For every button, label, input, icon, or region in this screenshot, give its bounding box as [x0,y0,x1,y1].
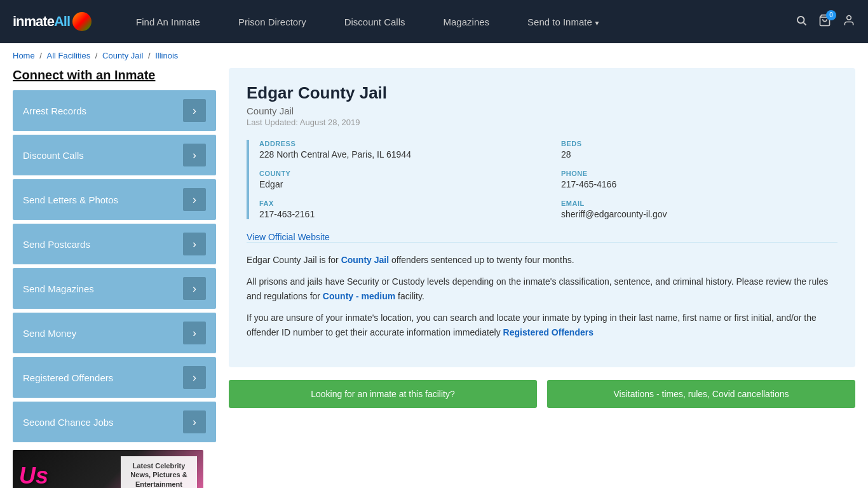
sidebar-item-label: Arrest Records [23,105,86,116]
fax-value: 217-463-2161 [259,209,536,219]
breadcrumb-facility-type[interactable]: County Jail [102,51,143,60]
nav-magazines[interactable]: Magazines [424,17,509,27]
breadcrumb-sep2: / [95,51,100,60]
desc-paragraph-3: If you are unsure of your inmate's locat… [247,311,837,339]
ad-logo: Us [19,463,48,488]
county-value: Edgar [259,179,536,189]
phone-label: PHONE [561,170,837,177]
user-button[interactable] [843,14,855,30]
sidebar-item-second-chance-jobs[interactable]: Second Chance Jobs › [13,402,216,442]
sidebar-item-label: Send Magazines [23,283,94,294]
sidebar-item-label: Registered Offenders [23,372,113,383]
breadcrumb-sep3: / [148,51,153,60]
facility-name: Edgar County Jail [247,83,837,103]
fax-label: FAX [259,200,536,207]
view-official-website-link[interactable]: View Official Website [247,232,330,242]
county-jail-link[interactable]: County Jail [341,255,389,265]
registered-offenders-link[interactable]: Registered Offenders [503,327,593,337]
search-button[interactable] [796,15,807,29]
sidebar-item-registered-offenders[interactable]: Registered Offenders › [13,357,216,398]
logo[interactable]: inmateAll [13,12,92,31]
facility-description: Edgar County Jail is for County Jail off… [247,242,837,352]
sidebar-ad[interactable]: Us Latest Celebrity News, Pictures & Ent… [13,450,203,488]
detail-fax: FAX 217-463-2161 [259,200,536,219]
navbar: inmateAll Find An Inmate Prison Director… [0,0,868,43]
sidebar-item-label: Second Chance Jobs [23,417,114,428]
ad-content: Latest Celebrity News, Pictures & Entert… [121,456,197,488]
sidebar-item-label: Send Money [23,328,76,339]
arrow-icon: › [183,366,206,389]
desc-paragraph-1: Edgar County Jail is for County Jail off… [247,253,837,267]
phone-value: 217-465-4166 [561,179,837,189]
logo-text: inmateAll [13,13,70,30]
looking-for-inmate-button[interactable]: Looking for an inmate at this facility? [229,380,537,408]
breadcrumb-state[interactable]: Illinois [155,51,178,60]
svg-point-3 [847,15,851,20]
address-label: ADDRESS [259,140,536,147]
sidebar-item-label: Discount Calls [23,150,84,161]
facility-details: ADDRESS 228 North Central Ave, Paris, IL… [247,140,837,219]
logo-icon [72,12,92,31]
beds-value: 28 [561,149,837,159]
facility-card: Edgar County Jail County Jail Last Updat… [229,68,855,367]
search-icon [796,15,807,26]
arrow-icon: › [183,277,206,300]
detail-address: ADDRESS 228 North Central Ave, Paris, IL… [259,140,536,159]
sidebar: Connect with an Inmate Arrest Records › … [13,68,216,488]
breadcrumb-sep1: / [39,51,44,60]
sidebar-item-arrest-records[interactable]: Arrest Records › [13,90,216,131]
user-icon [843,14,855,27]
facility-updated: Last Updated: August 28, 2019 [247,118,837,127]
nav-prison-directory[interactable]: Prison Directory [219,17,325,27]
sidebar-item-send-letters[interactable]: Send Letters & Photos › [13,179,216,220]
arrow-icon: › [183,99,206,122]
svg-point-0 [797,17,804,24]
nav-icons: 0 [796,14,855,30]
breadcrumb-all-facilities[interactable]: All Facilities [47,51,91,60]
desc-paragraph-2: All prisons and jails have Security or C… [247,274,837,303]
visitations-button[interactable]: Visitations - times, rules, Covid cancel… [547,380,855,408]
sidebar-item-send-postcards[interactable]: Send Postcards › [13,224,216,264]
arrow-icon: › [183,322,206,344]
facility-type: County Jail [247,105,837,116]
content-area: Edgar County Jail County Jail Last Updat… [229,68,855,488]
detail-county: COUNTY Edgar [259,170,536,189]
address-value: 228 North Central Ave, Paris, IL 61944 [259,149,536,159]
breadcrumb: Home / All Facilities / County Jail / Il… [0,43,868,68]
breadcrumb-home[interactable]: Home [13,51,35,60]
cart-button[interactable]: 0 [818,14,831,30]
ad-title: Latest Celebrity News, Pictures & Entert… [127,461,191,488]
svg-line-1 [803,22,806,25]
nav-send-to-inmate[interactable]: Send to Inmate [508,17,619,27]
email-value: sheriff@edgarcounty-il.gov [561,209,837,219]
arrow-icon: › [183,188,206,211]
sidebar-item-label: Send Letters & Photos [23,194,118,205]
main-layout: Connect with an Inmate Arrest Records › … [0,68,868,488]
action-buttons: Looking for an inmate at this facility? … [229,380,855,408]
nav-find-inmate[interactable]: Find An Inmate [117,17,219,27]
beds-label: BEDS [561,140,837,147]
sidebar-item-discount-calls[interactable]: Discount Calls › [13,135,216,175]
cart-badge: 0 [826,10,836,20]
detail-beds: BEDS 28 [561,140,837,159]
email-label: EMAIL [561,200,837,207]
detail-phone: PHONE 217-465-4166 [561,170,837,189]
sidebar-item-send-magazines[interactable]: Send Magazines › [13,268,216,309]
arrow-icon: › [183,144,206,166]
arrow-icon: › [183,233,206,255]
arrow-icon: › [183,410,206,433]
nav-discount-calls[interactable]: Discount Calls [325,17,424,27]
nav-links: Find An Inmate Prison Directory Discount… [117,17,796,27]
county-medium-link[interactable]: County - medium [323,291,395,301]
sidebar-title: Connect with an Inmate [13,68,216,83]
sidebar-item-label: Send Postcards [23,239,90,250]
county-label: COUNTY [259,170,536,177]
sidebar-item-send-money[interactable]: Send Money › [13,313,216,353]
detail-email: EMAIL sheriff@edgarcounty-il.gov [561,200,837,219]
